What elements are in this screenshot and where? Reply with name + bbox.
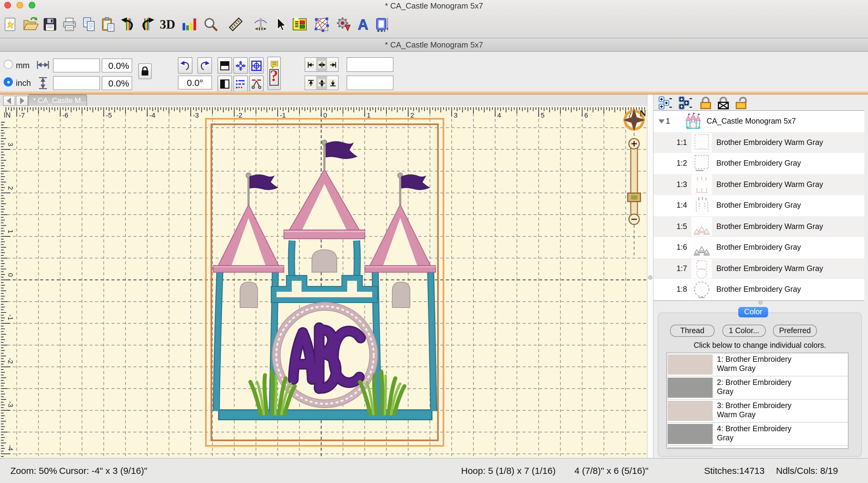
view-3d-icon[interactable]: 3D [160, 17, 176, 32]
panel-resize-handle[interactable] [758, 300, 763, 304]
thread-button[interactable]: Thread [670, 325, 714, 337]
zoom-slider[interactable] [628, 138, 641, 256]
tab-forward-button[interactable] [16, 96, 28, 106]
block-thumbnail-icon [691, 154, 712, 173]
new-document-icon[interactable] [2, 17, 18, 32]
rotate-left-button[interactable] [178, 57, 192, 74]
stitch-chart-icon[interactable] [181, 17, 197, 32]
flip-top-button[interactable] [217, 57, 232, 74]
lock-closed-icon[interactable] [699, 96, 713, 109]
zoom-slider-track[interactable] [631, 145, 638, 216]
lettering-icon[interactable]: A [355, 17, 371, 32]
context-help-button[interactable]: ? [268, 57, 281, 90]
print-icon[interactable] [62, 17, 78, 32]
flip-horizontal-icon[interactable] [120, 17, 136, 32]
width-percent-input[interactable]: 0.0% [102, 59, 132, 72]
pos-x-input[interactable] [347, 57, 394, 72]
zoom-tool-icon[interactable] [203, 17, 219, 32]
tree-row-block-1:6[interactable]: 1:6Brother Embroidery Gray [654, 237, 864, 258]
tree-row-block-1:4[interactable]: 1:4Brother Embroidery Gray [654, 195, 864, 216]
color-row[interactable]: 3: Brother EmbroideryWarm Gray [667, 399, 848, 422]
color-label: 4: Brother EmbroideryGray [717, 424, 792, 443]
center-hoop-button[interactable] [249, 57, 264, 74]
select-cursor-icon[interactable] [272, 17, 288, 32]
svg-text:-1: -1 [7, 314, 14, 320]
stitch-tool-icon[interactable] [253, 17, 269, 32]
design-canvas[interactable]: -7-6-5-4-3-2-101234567-4-3-2-10123IN N [0, 106, 647, 458]
align-bottom-button[interactable] [327, 76, 338, 90]
color-swatch[interactable] [668, 424, 713, 444]
lock-open-icon[interactable] [735, 96, 748, 109]
color-dialog-icon[interactable] [292, 17, 308, 32]
batch-convert-icon[interactable] [336, 17, 351, 32]
tree-row-block-1:5[interactable]: 1:5Brother Embroidery Warm Gray [654, 216, 864, 237]
paste-icon[interactable] [100, 17, 116, 32]
unit-inch-radio[interactable] [4, 77, 13, 87]
angle-input[interactable]: 0.0° [178, 75, 212, 90]
notes-icon[interactable] [375, 17, 391, 32]
stitch-edit-icon[interactable] [314, 17, 330, 32]
color-row[interactable]: 5: Brother EmbroideryWarm Gray [667, 446, 848, 449]
lock-crossed-icon[interactable] [717, 96, 730, 109]
collapse-all-icon[interactable] [679, 96, 692, 109]
align-top-button[interactable] [305, 76, 316, 90]
block-id: 1:8 [668, 279, 687, 300]
block-thread-name: Brother Embroidery Warm Gray [716, 132, 823, 153]
stitch-order-button[interactable] [233, 75, 248, 92]
tree-row-block-1:1[interactable]: 1:1Brother Embroidery Warm Gray [654, 132, 864, 153]
height-value-input[interactable] [53, 76, 100, 90]
width-icon [36, 60, 49, 71]
svg-text:0: 0 [323, 111, 327, 119]
trim-button[interactable] [249, 75, 264, 92]
align-center-v-button[interactable] [316, 76, 327, 90]
svg-text:-4: -4 [149, 111, 155, 119]
align-right-button[interactable] [327, 58, 338, 71]
window-title: * CA_Castle Monogram 5x7 [0, 0, 868, 11]
color-swatch[interactable] [668, 400, 713, 421]
color-swatch[interactable] [668, 354, 713, 374]
design-index: 1 [666, 111, 670, 132]
block-thread-name: Brother Embroidery Gray [716, 279, 801, 300]
tree-row-block-1:8[interactable]: 1:8Brother Embroidery Gray [654, 279, 864, 300]
one-color-button[interactable]: 1 Color... [722, 325, 766, 337]
block-thread-name: Brother Embroidery Gray [716, 195, 801, 216]
color-row[interactable]: 1: Brother EmbroideryWarm Gray [667, 353, 848, 376]
splitter-resize-handle[interactable] [648, 275, 652, 280]
pane-splitter[interactable] [0, 91, 868, 94]
tab-back-button[interactable] [3, 96, 15, 106]
copy-icon[interactable] [81, 17, 97, 32]
height-percent-input[interactable]: 0.0% [102, 76, 132, 90]
flip-vertical-icon[interactable] [140, 17, 155, 32]
tree-row-block-1:7[interactable]: 1:7Brother Embroidery Warm Gray [654, 258, 864, 279]
color-row[interactable]: 2: Brother EmbroideryGray [667, 376, 848, 399]
expand-all-icon[interactable] [658, 96, 672, 109]
tree-row-block-1:2[interactable]: 1:2Brother Embroidery Gray [654, 153, 864, 174]
halign-group [305, 57, 339, 72]
color-swatch[interactable] [668, 447, 713, 449]
color-row[interactable]: 4: Brother EmbroideryGray [667, 422, 848, 446]
center-design-button[interactable] [233, 57, 248, 74]
tree-row-design[interactable]: 1 [654, 111, 864, 132]
status-cursor: Cursor: -4" x 3 (9/16)" [59, 459, 147, 483]
preferred-button[interactable]: Preferred [773, 325, 817, 337]
save-icon[interactable] [42, 17, 58, 32]
pos-y-input[interactable] [347, 75, 394, 90]
svg-text:2: 2 [7, 186, 14, 190]
rotate-right-button[interactable] [197, 57, 212, 74]
open-file-icon[interactable] [23, 17, 38, 32]
color-swatch[interactable] [668, 377, 713, 397]
tree-row-block-1:3[interactable]: 1:3Brother Embroidery Warm Gray [654, 174, 864, 195]
align-left-button[interactable] [305, 58, 316, 71]
lock-aspect-button[interactable] [138, 63, 152, 79]
document-tab[interactable]: * CA_Castle M... [28, 94, 87, 106]
flip-left-button[interactable] [217, 75, 232, 92]
width-value-input[interactable] [53, 59, 100, 72]
block-thumbnail-icon [691, 237, 712, 257]
color-tab-button[interactable]: Color [738, 307, 768, 317]
align-center-h-button[interactable] [316, 58, 327, 71]
unit-mm-radio[interactable] [4, 60, 13, 69]
status-bar: Zoom: 50% Cursor: -4" x 3 (9/16)" Hoop: … [0, 458, 868, 483]
disclosure-triangle-icon[interactable] [658, 119, 664, 124]
measure-ruler-icon[interactable] [228, 17, 244, 32]
status-needles: Ndls/Cols: 8/19 [776, 459, 838, 483]
